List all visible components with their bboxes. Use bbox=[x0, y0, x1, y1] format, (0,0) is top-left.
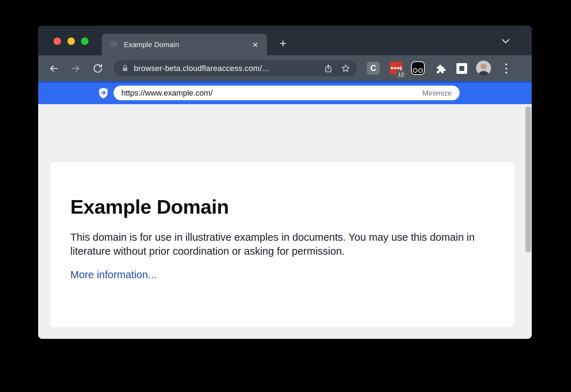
tab-strip: Example Domain ✕ + bbox=[38, 26, 532, 55]
lock-icon[interactable] bbox=[121, 65, 129, 72]
page-title: Example Domain bbox=[70, 195, 493, 218]
globe-favicon-icon bbox=[109, 40, 118, 49]
tab-title: Example Domain bbox=[124, 41, 251, 49]
remote-browser-banner: https://www.example.com/ Minimize bbox=[38, 81, 532, 104]
password-dots-icon bbox=[391, 66, 401, 70]
content-card: Example Domain This domain is for use in… bbox=[50, 162, 515, 327]
remote-url-input[interactable]: https://www.example.com/ bbox=[121, 88, 422, 98]
extensions-puzzle-icon[interactable] bbox=[434, 63, 447, 76]
password-manager-extension-icon[interactable]: 12 bbox=[390, 62, 403, 75]
tab-example-domain[interactable]: Example Domain ✕ bbox=[102, 34, 267, 55]
browser-menu-kebab-icon[interactable] bbox=[503, 63, 509, 73]
extension-c-icon[interactable]: C bbox=[367, 62, 380, 75]
traffic-light-minimize-button[interactable] bbox=[67, 37, 75, 45]
traffic-light-zoom-button[interactable] bbox=[81, 37, 89, 45]
traffic-light-close-button[interactable] bbox=[54, 37, 61, 45]
tab-search-chevron-down-icon[interactable] bbox=[501, 37, 511, 45]
page-body-text: This domain is for use in illustrative e… bbox=[70, 230, 484, 258]
share-icon[interactable] bbox=[324, 64, 333, 73]
desktop-background: Example Domain ✕ + brows bbox=[0, 0, 571, 392]
browser-toolbar: browser-beta.cloudflareaccess.com/... C … bbox=[38, 55, 532, 81]
minimize-button[interactable]: Minimize bbox=[422, 89, 452, 97]
new-tab-button[interactable]: + bbox=[275, 35, 291, 51]
page-viewport: Example Domain This domain is for use in… bbox=[38, 104, 532, 339]
vertical-scrollbar-thumb[interactable] bbox=[525, 106, 531, 253]
address-bar-url: browser-beta.cloudflareaccess.com/... bbox=[134, 64, 316, 73]
shield-arrow-icon bbox=[98, 87, 108, 99]
more-information-link[interactable]: More information... bbox=[70, 269, 157, 281]
bookmark-star-icon[interactable] bbox=[341, 63, 350, 73]
remote-url-bar: https://www.example.com/ Minimize bbox=[113, 86, 460, 100]
back-button[interactable] bbox=[47, 62, 60, 75]
forward-button[interactable] bbox=[69, 62, 82, 75]
extension-badge: 12 bbox=[396, 70, 406, 78]
profile-avatar[interactable] bbox=[476, 61, 491, 76]
tab-close-icon[interactable]: ✕ bbox=[251, 40, 260, 50]
side-panel-icon[interactable] bbox=[456, 63, 467, 74]
browser-window: Example Domain ✕ + brows bbox=[38, 26, 532, 339]
reload-button[interactable] bbox=[91, 62, 104, 75]
address-bar[interactable]: browser-beta.cloudflareaccess.com/... bbox=[113, 60, 357, 76]
recorder-extension-icon[interactable] bbox=[411, 61, 425, 75]
